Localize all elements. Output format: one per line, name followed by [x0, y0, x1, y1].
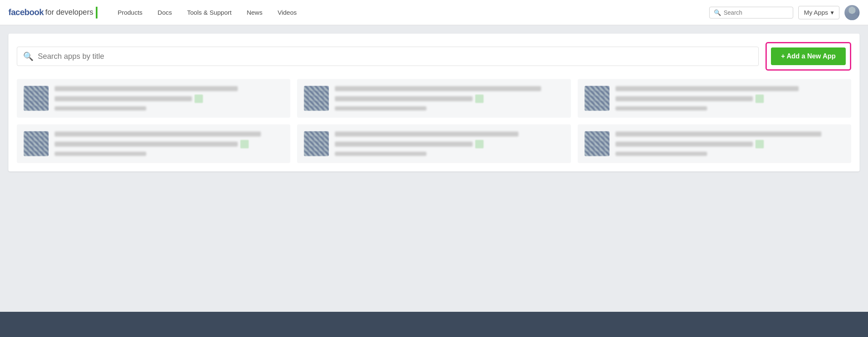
app-name-blur: [335, 86, 541, 91]
chevron-down-icon: ▾: [831, 9, 834, 16]
app-meta-blur: [335, 106, 426, 111]
apps-grid: [17, 79, 851, 163]
avatar-image: [844, 5, 860, 20]
brand-bar-icon: [96, 7, 97, 18]
app-info: [55, 132, 284, 156]
nav-search-input[interactable]: [723, 9, 789, 16]
app-name-blur: [55, 132, 261, 137]
app-name-blur: [55, 86, 238, 91]
app-status-badge: [475, 140, 484, 148]
app-meta-blur: [335, 152, 426, 156]
app-meta-blur: [615, 152, 707, 156]
app-info: [335, 86, 564, 111]
app-card[interactable]: [17, 79, 290, 118]
apps-search-icon: 🔍: [23, 51, 34, 61]
app-card[interactable]: [578, 79, 851, 118]
brand-for-developers-text: for developers: [45, 8, 93, 17]
app-info: [55, 86, 284, 111]
apps-header: 🔍 + Add a New App: [17, 42, 851, 71]
avatar[interactable]: [844, 5, 860, 20]
app-icon: [24, 131, 49, 156]
nav-link-tools[interactable]: Tools & Support: [179, 0, 239, 25]
main-content: 🔍 + Add a New App: [0, 25, 868, 312]
app-card[interactable]: [297, 124, 571, 163]
nav-link-news[interactable]: News: [239, 0, 270, 25]
add-app-highlight-border: + Add a New App: [765, 42, 851, 71]
nav-link-docs[interactable]: Docs: [150, 0, 179, 25]
app-info: [615, 86, 844, 111]
app-icon: [304, 86, 329, 111]
nav-link-products[interactable]: Products: [110, 0, 150, 25]
my-apps-button[interactable]: My Apps ▾: [798, 6, 839, 19]
app-id-blur: [335, 96, 472, 101]
app-status-badge: [755, 95, 764, 103]
footer: [0, 312, 868, 337]
app-name-blur: [615, 132, 822, 137]
app-card[interactable]: [17, 124, 290, 163]
app-icon: [304, 131, 329, 156]
app-info: [335, 132, 564, 156]
app-status-badge: [755, 140, 764, 148]
app-meta-blur: [55, 106, 146, 111]
app-card[interactable]: [578, 124, 851, 163]
app-info: [615, 132, 844, 156]
nav-search-box: 🔍: [709, 7, 793, 18]
nav-link-videos[interactable]: Videos: [270, 0, 305, 25]
app-id-blur: [615, 96, 753, 101]
app-card[interactable]: [297, 79, 571, 118]
app-status-badge: [195, 95, 203, 103]
app-status-badge: [475, 95, 484, 103]
app-icon: [584, 86, 610, 111]
navbar: facebook for developers Products Docs To…: [0, 0, 868, 25]
app-id-blur: [335, 142, 472, 147]
app-meta-blur: [55, 152, 146, 156]
app-status-badge: [240, 140, 249, 148]
app-icon: [24, 86, 49, 111]
apps-search-input[interactable]: [38, 52, 752, 61]
my-apps-label: My Apps: [804, 9, 828, 16]
app-meta-blur: [615, 106, 707, 111]
navbar-right: 🔍 My Apps ▾: [709, 5, 860, 20]
apps-panel: 🔍 + Add a New App: [8, 34, 860, 171]
app-name-blur: [335, 132, 518, 137]
app-id-blur: [55, 142, 238, 147]
app-id-blur: [55, 96, 192, 101]
app-id-blur: [615, 142, 753, 147]
brand-logo[interactable]: facebook for developers: [8, 7, 97, 18]
add-new-app-button[interactable]: + Add a New App: [771, 47, 846, 65]
brand-facebook-text: facebook: [8, 8, 44, 17]
nav-links: Products Docs Tools & Support News Video…: [110, 0, 710, 25]
app-icon: [584, 131, 610, 156]
apps-search-box: 🔍: [17, 47, 759, 66]
app-name-blur: [615, 86, 799, 91]
nav-search-icon: 🔍: [714, 9, 721, 16]
